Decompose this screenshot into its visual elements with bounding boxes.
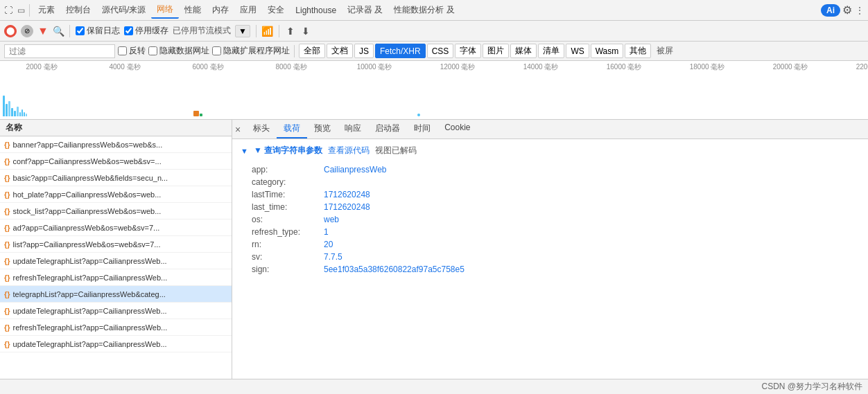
top-tab-记录器-及[interactable]: 记录器 及 xyxy=(342,2,388,18)
param-key: app xyxy=(252,165,321,174)
xhr-icon: {} xyxy=(4,274,10,282)
hide-ext-input[interactable] xyxy=(212,46,221,55)
hide-data-url-checkbox[interactable]: 隐藏数据网址 xyxy=(148,45,209,57)
network-item[interactable]: {}updateTelegraphList?app=CailianpressWe… xyxy=(0,253,232,269)
top-tab-内存[interactable]: 内存 xyxy=(207,2,234,18)
filter-btn-媒体[interactable]: 媒体 xyxy=(510,44,537,58)
network-items-container: {}banner?app=CailianpressWeb&os=web&s...… xyxy=(0,136,232,352)
param-row: category xyxy=(252,177,860,187)
filter-btn-全部[interactable]: 全部 xyxy=(299,44,325,58)
record-stop-btn[interactable]: ⬤ xyxy=(4,25,17,37)
detail-tab-预览[interactable]: 预览 xyxy=(307,120,338,138)
network-item[interactable]: {}list?app=CailianpressWeb&os=web&sv=7..… xyxy=(0,236,232,253)
settings-icon[interactable]: ⚙ xyxy=(842,5,853,16)
separator-5 xyxy=(294,45,295,57)
top-tab-网络[interactable]: 网络 xyxy=(151,1,179,19)
flow-mode-label: 已停用节流模式 xyxy=(173,25,231,37)
inspect-icon[interactable]: ⛶ xyxy=(3,5,14,16)
close-detail-btn[interactable]: × xyxy=(235,124,241,135)
param-row: sign5ee1f03a5a38f6260822af97a5c758e5 xyxy=(252,265,860,274)
param-key: last_time xyxy=(252,202,321,212)
flow-mode-dropdown[interactable]: ▼ xyxy=(235,25,250,37)
main-area: 名称 {}banner?app=CailianpressWeb&os=web&s… xyxy=(0,120,868,379)
timeline-label: 18000 毫秒 xyxy=(666,62,749,72)
disable-cache-checkbox[interactable]: 停用缓存 xyxy=(124,25,168,37)
param-key: lastTime xyxy=(252,190,321,199)
download-icon[interactable]: ⬇ xyxy=(300,26,311,37)
filter-btn-字体[interactable]: 字体 xyxy=(455,44,481,58)
timeline-label: 16000 毫秒 xyxy=(582,62,666,72)
clear-btn[interactable]: ⊘ xyxy=(21,25,33,37)
detail-tab-时间[interactable]: 时间 xyxy=(407,120,437,138)
network-item-name: banner?app=CailianpressWeb&os=web&s... xyxy=(13,141,163,149)
query-params-label[interactable]: ▼ 查询字符串参数 xyxy=(254,145,322,156)
param-value: 1712620248 xyxy=(324,190,370,199)
filter-btn-Wasm[interactable]: Wasm xyxy=(591,44,624,58)
view-source-link[interactable]: 查看源代码 xyxy=(328,145,370,156)
ai-label[interactable]: Ai xyxy=(821,4,840,17)
filter-icon[interactable]: ▼ xyxy=(37,26,49,37)
filter-btn-其他[interactable]: 其他 xyxy=(625,44,651,58)
filter-btn-WS[interactable]: WS xyxy=(566,44,589,58)
search-icon[interactable]: 🔍 xyxy=(53,26,64,37)
top-tab-Lighthouse[interactable]: Lighthouse xyxy=(290,3,342,17)
param-value: 1 xyxy=(324,227,329,237)
top-tab-安全[interactable]: 安全 xyxy=(262,2,290,18)
network-item[interactable]: {}banner?app=CailianpressWeb&os=web&s... xyxy=(0,136,232,153)
filter-toolbar: 反转 隐藏数据网址 隐藏扩展程序网址 全部文档JSFetch/XHRCSS字体图… xyxy=(0,42,868,61)
param-key: sv xyxy=(252,252,321,262)
param-value: web xyxy=(324,215,339,224)
xhr-icon: {} xyxy=(4,207,10,215)
filter-btn-CSS[interactable]: CSS xyxy=(427,44,454,58)
reverse-checkbox[interactable]: 反转 xyxy=(118,45,146,57)
network-item[interactable]: {}updateTelegraphList?app=CailianpressWe… xyxy=(0,303,232,319)
network-item[interactable]: {}basic?app=CailianpressWeb&fields=secu_… xyxy=(0,170,232,186)
timeline-label: 12000 毫秒 xyxy=(416,62,499,72)
preserve-log-checkbox[interactable]: 保留日志 xyxy=(76,25,120,37)
top-tab-性能数据分析-及[interactable]: 性能数据分析 及 xyxy=(388,2,460,18)
detail-tab-启动器[interactable]: 启动器 xyxy=(368,120,407,138)
timeline-label: 22000 毫秒 xyxy=(832,62,868,72)
payload-section-header: ▼ ▼ 查询字符串参数 查看源代码 视图已解码 xyxy=(241,145,860,159)
filter-btn-JS[interactable]: JS xyxy=(354,44,374,58)
detail-tab-响应[interactable]: 响应 xyxy=(338,120,368,138)
filter-btn-图片[interactable]: 图片 xyxy=(483,44,509,58)
network-item[interactable]: {}ad?app=CailianpressWeb&os=web&sv=7... xyxy=(0,220,232,236)
network-item[interactable]: {}hot_plate?app=CailianpressWeb&os=web..… xyxy=(0,186,232,203)
param-row: appCailianpressWeb xyxy=(252,165,860,174)
param-rows-container: appCailianpressWebcategorylastTime171262… xyxy=(241,165,860,274)
device-icon[interactable]: ▭ xyxy=(15,5,26,16)
hide-ext-label: 隐藏扩展程序网址 xyxy=(223,45,290,57)
reverse-input[interactable] xyxy=(118,46,127,55)
detail-tab-Cookie[interactable]: Cookie xyxy=(437,120,477,138)
top-tab-源代码/来源[interactable]: 源代码/来源 xyxy=(96,2,151,18)
network-item[interactable]: {}stock_list?app=CailianpressWeb&os=web.… xyxy=(0,203,232,220)
network-item[interactable]: {}telegraphList?app=CailianpressWeb&cate… xyxy=(0,286,232,303)
network-item[interactable]: {}refreshTelegraphList?app=CailianpressW… xyxy=(0,269,232,286)
filter-buttons: 全部文档JSFetch/XHRCSS字体图片媒体清单WSWasm其他 xyxy=(299,44,651,58)
network-item[interactable]: {}refreshTelegraphList?app=CailianpressW… xyxy=(0,319,232,336)
network-item[interactable]: {}conf?app=CailianpressWeb&os=web&sv=... xyxy=(0,153,232,170)
timeline-label: 14000 毫秒 xyxy=(499,62,582,72)
detail-tab-载荷[interactable]: 载荷 xyxy=(277,120,307,138)
param-row: rn20 xyxy=(252,240,860,249)
filter-input[interactable] xyxy=(4,44,115,58)
more-icon[interactable]: ⋮ xyxy=(854,5,865,16)
top-tab-元素[interactable]: 元素 xyxy=(33,2,60,18)
upload-icon[interactable]: ⬆ xyxy=(285,26,296,37)
disable-cache-input[interactable] xyxy=(124,26,133,35)
filter-btn-文档[interactable]: 文档 xyxy=(327,44,353,58)
detail-tab-标头[interactable]: 标头 xyxy=(246,120,277,138)
xhr-icon: {} xyxy=(4,257,10,265)
top-tab-性能[interactable]: 性能 xyxy=(179,2,207,18)
top-tab-应用[interactable]: 应用 xyxy=(234,2,262,18)
network-item[interactable]: {}updateTelegraphList?app=CailianpressWe… xyxy=(0,336,232,352)
hide-ext-checkbox[interactable]: 隐藏扩展程序网址 xyxy=(212,45,290,57)
param-key: refresh_type xyxy=(252,227,321,237)
filter-btn-清单[interactable]: 清单 xyxy=(538,44,564,58)
top-tab-控制台[interactable]: 控制台 xyxy=(60,2,96,18)
hide-data-url-input[interactable] xyxy=(148,46,157,55)
filter-btn-Fetch/XHR[interactable]: Fetch/XHR xyxy=(375,44,426,58)
disable-cache-label: 停用缓存 xyxy=(135,25,168,37)
preserve-log-input[interactable] xyxy=(76,26,85,35)
